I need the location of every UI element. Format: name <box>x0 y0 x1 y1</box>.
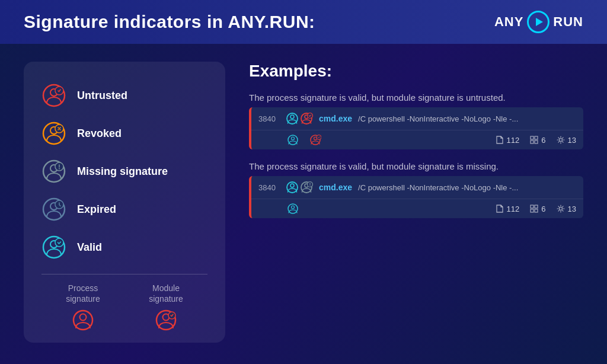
svg-point-26 <box>292 137 295 140</box>
example-1-proc-name: cmd.exe <box>319 114 352 123</box>
svg-rect-42 <box>531 205 533 208</box>
indicator-list: Untrusted Revoked <box>41 79 207 263</box>
missing-icon <box>41 159 66 184</box>
indicator-untrusted: Untrusted <box>41 79 207 111</box>
example-2-stat-modules: 6 <box>530 205 545 213</box>
example-1-pid: 3840 <box>258 114 280 123</box>
untrusted-label: Untrusted <box>77 90 127 102</box>
page-title: Signature indicators in ANY.RUN: <box>24 12 315 32</box>
example-1-stat-files-val: 112 <box>507 136 520 145</box>
missing-label: Missing signature <box>77 165 168 178</box>
indicator-missing: Missing signature <box>41 155 207 187</box>
example-1-sig-icons <box>286 112 313 125</box>
svg-rect-30 <box>531 136 533 139</box>
svg-point-34 <box>559 139 562 142</box>
svg-point-16 <box>80 314 87 321</box>
svg-point-14 <box>55 238 63 247</box>
example-2-desc: The process signature is valid, but modu… <box>249 161 583 171</box>
example-2-proc-name: cmd.exe <box>319 183 352 192</box>
example-1-mod-sig-icon <box>300 112 313 125</box>
indicator-expired: Expired <box>41 193 207 225</box>
svg-rect-45 <box>535 209 538 212</box>
example-2-stat-events-val: 13 <box>568 205 576 213</box>
example-2-bottom-proc-icon <box>287 203 299 215</box>
logo-text-any: ANY <box>494 14 523 30</box>
header: Signature indicators in ANY.RUN: ANY RUN <box>0 0 607 44</box>
gear-icon-2 <box>557 205 565 213</box>
example-1-block: The process signature is valid, but modu… <box>249 92 583 149</box>
valid-label: Valid <box>77 241 102 254</box>
example-1-stat-events-val: 13 <box>568 136 576 145</box>
expired-label: Expired <box>77 203 116 216</box>
example-1-stat-modules: 6 <box>530 136 545 145</box>
example-2-stat-files-val: 112 <box>507 205 520 213</box>
module-sig-text: Modulesignature <box>149 283 183 304</box>
revoked-label: Revoked <box>77 127 122 140</box>
svg-point-21 <box>290 115 294 119</box>
grid-icon <box>530 136 538 144</box>
example-2-row-bottom: 112 6 <box>251 199 583 218</box>
example-1-bottom-mod-icon <box>309 134 321 146</box>
example-2-stat-modules-val: 6 <box>541 205 545 213</box>
expired-icon <box>41 197 66 222</box>
example-2-mod-sig-icon <box>300 181 313 194</box>
left-panel: Untrusted Revoked <box>24 62 225 343</box>
example-1-desc: The process signature is valid, but modu… <box>249 92 583 103</box>
divider <box>41 274 207 274</box>
module-sig-label-item: Modulesignature <box>139 283 193 331</box>
example-1-card: 3840 <box>249 107 583 149</box>
logo-text-run: RUN <box>553 14 583 30</box>
untrusted-icon <box>41 83 66 108</box>
example-1-bottom-proc-icon <box>287 134 299 146</box>
example-2-proc-cmd: /C powershell -NonInteractive -NoLogo -N… <box>358 183 576 192</box>
example-2-stat-events: 13 <box>557 205 576 213</box>
module-sig-icon <box>155 309 177 331</box>
indicator-revoked: Revoked <box>41 117 207 149</box>
example-2-card: 3840 <box>249 176 583 218</box>
grid-icon-2 <box>530 205 538 213</box>
example-1-proc-sig-icon <box>286 112 299 125</box>
example-1-row-top: 3840 <box>251 107 583 130</box>
revoked-icon <box>41 121 66 146</box>
file-icon <box>496 135 504 145</box>
svg-point-46 <box>559 207 562 210</box>
valid-icon <box>41 235 66 260</box>
right-panel: Examples: The process signature is valid… <box>249 62 583 343</box>
example-1-proc-cmd: /C powershell -NonInteractive -NoLogo -N… <box>358 114 576 123</box>
main-content: Untrusted Revoked <box>0 44 607 360</box>
example-1-row-bottom: 112 6 <box>251 130 583 149</box>
example-2-proc-sig-icon <box>286 181 299 194</box>
indicator-valid: Valid <box>41 231 207 263</box>
process-sig-text: Processsignature <box>66 283 100 304</box>
logo: ANY RUN <box>494 11 583 33</box>
svg-rect-33 <box>535 141 538 143</box>
gear-icon <box>557 136 565 144</box>
example-2-pid: 3840 <box>258 183 280 192</box>
example-2-row-top: 3840 <box>251 176 583 199</box>
svg-rect-32 <box>531 141 533 143</box>
example-1-stat-events: 13 <box>557 136 576 145</box>
examples-title: Examples: <box>249 62 583 81</box>
logo-play-icon <box>527 11 550 33</box>
example-2-block: The process signature is valid, but modu… <box>249 161 583 218</box>
svg-point-36 <box>290 184 294 187</box>
example-1-stat-modules-val: 6 <box>541 136 545 145</box>
svg-point-41 <box>292 206 295 209</box>
process-sig-icon <box>72 309 94 331</box>
example-2-sig-icons <box>286 181 313 194</box>
example-2-stat-files: 112 <box>496 204 520 213</box>
file-icon-2 <box>496 204 504 213</box>
svg-rect-44 <box>531 209 533 212</box>
sig-labels: Processsignature Modulesignature <box>41 283 207 331</box>
process-sig-label-item: Processsignature <box>56 283 110 331</box>
example-1-stat-files: 112 <box>496 135 520 145</box>
svg-rect-31 <box>535 136 538 139</box>
svg-rect-43 <box>535 205 538 208</box>
